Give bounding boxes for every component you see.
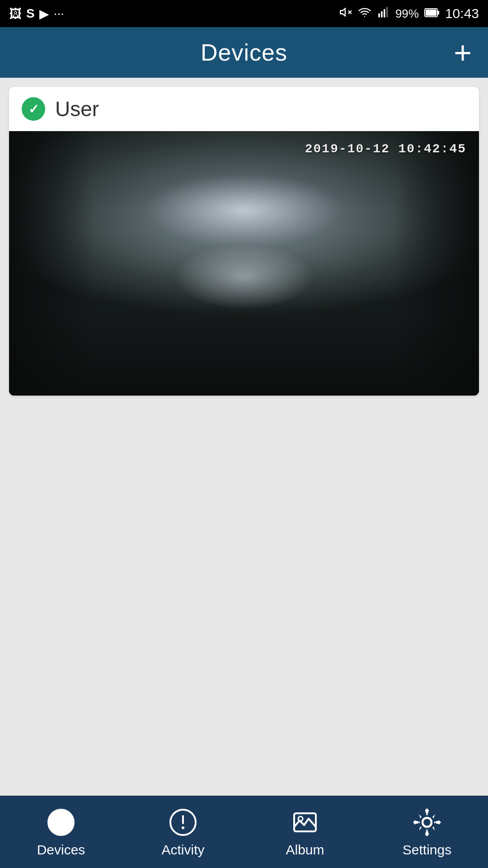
page-title: Devices: [201, 39, 287, 66]
svg-point-16: [182, 826, 184, 829]
svg-point-13: [64, 816, 67, 819]
device-name: User: [55, 97, 99, 121]
battery-icon: [424, 7, 440, 21]
svg-rect-4: [381, 11, 383, 17]
time-display: 10:43: [445, 6, 479, 21]
feed-dark-bottom: [9, 316, 479, 396]
activity-icon: [168, 807, 198, 838]
svg-rect-3: [378, 13, 380, 17]
devices-label: Devices: [37, 842, 85, 858]
album-icon: [290, 807, 320, 838]
svg-rect-26: [425, 808, 429, 812]
add-device-button[interactable]: +: [454, 37, 472, 68]
feed-center-light: [174, 244, 314, 310]
status-bar: 🖼 S ▶ ···: [0, 0, 488, 27]
nav-item-album[interactable]: Album: [244, 807, 366, 858]
settings-label: Settings: [403, 842, 451, 858]
bottom-navigation: Devices Activity Album: [0, 796, 488, 868]
status-bar-right: 99% 10:43: [339, 6, 479, 22]
nav-item-activity[interactable]: Activity: [122, 807, 244, 858]
nav-item-settings[interactable]: Settings: [366, 807, 488, 858]
gallery-icon: 🖼: [9, 6, 22, 21]
svg-marker-0: [340, 8, 345, 15]
wifi-icon: [357, 6, 372, 22]
signal-icon: [377, 6, 390, 22]
svg-rect-8: [437, 11, 439, 14]
svg-rect-28: [413, 820, 418, 825]
status-bar-left: 🖼 S ▶ ···: [9, 6, 64, 21]
camera-timestamp: 2019-10-12 10:42:45: [305, 142, 466, 156]
device-card[interactable]: User 2019-10-12 10:42:45: [9, 87, 479, 396]
mute-icon: [339, 6, 352, 22]
svg-point-12: [60, 821, 62, 824]
svg-rect-29: [425, 832, 429, 836]
svg-point-21: [422, 818, 432, 827]
nav-item-devices[interactable]: Devices: [0, 807, 122, 858]
album-label: Album: [286, 842, 324, 858]
svg-rect-27: [436, 820, 441, 825]
devices-icon: [46, 807, 76, 838]
main-content: User 2019-10-12 10:42:45: [0, 78, 488, 796]
skype-icon: S: [26, 6, 35, 21]
svg-rect-5: [384, 9, 385, 18]
youtube-icon: ▶: [39, 6, 49, 21]
svg-point-18: [298, 816, 303, 821]
camera-feed[interactable]: 2019-10-12 10:42:45: [9, 131, 479, 396]
svg-rect-9: [426, 9, 436, 16]
more-icon: ···: [54, 6, 64, 21]
device-card-header: User: [9, 87, 479, 131]
battery-percentage: 99%: [395, 7, 419, 21]
online-status-indicator: [22, 97, 45, 121]
settings-icon: [412, 807, 442, 838]
top-navigation-bar: Devices +: [0, 27, 488, 78]
activity-label: Activity: [161, 842, 204, 858]
camera-feed-inner: 2019-10-12 10:42:45: [9, 131, 479, 396]
svg-rect-6: [386, 7, 388, 17]
